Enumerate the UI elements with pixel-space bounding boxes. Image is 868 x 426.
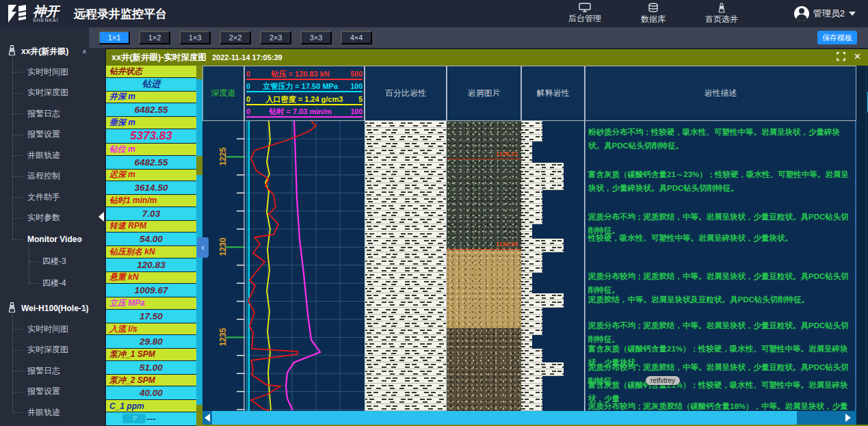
sidebar-item-文件助手[interactable]: 文件助手 <box>0 187 105 208</box>
chevron-up-icon[interactable]: ∧ <box>77 236 81 243</box>
chevron-up-icon[interactable]: ∧ <box>82 305 87 312</box>
interp-bar-row <box>521 335 584 342</box>
lithology-symbol-row <box>365 397 446 404</box>
sidebar-subitem-四楼-3[interactable]: 四楼-3 <box>0 250 105 272</box>
sidebar-well-Wei-H100(Hole-1)[interactable]: Wei-H100(Hole-1)∧ <box>0 298 105 319</box>
sidebar-item-井眼轨迹[interactable]: 井眼轨迹 <box>0 145 105 166</box>
param-label: 迟深 m <box>106 170 196 182</box>
save-template-button[interactable]: 保存模板 <box>817 31 857 44</box>
interp-bar-row <box>521 232 584 239</box>
lithology-symbol-row <box>365 315 446 321</box>
interp-bar-row <box>521 349 584 356</box>
interp-lithology-bar <box>521 369 564 376</box>
interpreted-lithology-column <box>521 121 585 411</box>
lithology-symbol-row <box>365 390 446 397</box>
interp-lithology-bar <box>521 148 532 155</box>
interp-lithology-bar <box>521 252 542 259</box>
interp-lithology-bar <box>521 376 542 383</box>
param-value: 钻进 <box>106 78 196 91</box>
param-row-悬重: 悬重 kN1009.67 <box>106 272 196 298</box>
horizontal-scrollbar-thumb[interactable] <box>212 411 797 425</box>
interp-bar-row <box>521 142 584 148</box>
sidebar-item-label: 报警设置 <box>27 129 60 140</box>
top-nav: 后台管理数据库首页选井 <box>568 0 738 27</box>
param-row-入流: 入流 l/s29.80 <box>106 323 196 349</box>
lithology-symbol-row <box>365 300 446 307</box>
param-dropdown-button[interactable]: ▽ <box>122 414 146 423</box>
nav-item-首页选井[interactable]: 首页选井 <box>705 0 738 27</box>
cuttings-photo-column: 1128.211134.55 <box>447 121 521 411</box>
lithology-symbol-row <box>365 148 446 155</box>
sidebar-item-报警日志[interactable]: 报警日志 <box>0 103 105 124</box>
lithology-symbol-row <box>365 369 446 376</box>
interp-lithology-bar <box>521 308 542 315</box>
lithology-symbol-row <box>365 176 446 183</box>
scroll-right-arrow-icon[interactable] <box>845 414 851 422</box>
layout-tab-3×3[interactable]: 3×3 <box>300 31 332 44</box>
panel-collapse-tab[interactable]: ‹ <box>197 237 209 258</box>
layout-tab-4×4[interactable]: 4×4 <box>341 31 372 44</box>
sidebar-item-实时参数[interactable]: 实时参数 <box>0 208 105 229</box>
layout-tab-1×3[interactable]: 1×3 <box>179 31 211 44</box>
window-timestamp: 2022-11-14 17:05:39 <box>212 53 282 62</box>
interp-bar-row <box>521 390 584 397</box>
fullscreen-icon[interactable] <box>837 52 845 61</box>
lithology-symbol-row <box>365 293 446 300</box>
close-icon[interactable]: ✕ <box>854 53 861 61</box>
nav-item-后台管理[interactable]: 后台管理 <box>568 0 601 27</box>
sidebar-item-远程控制[interactable]: 远程控制 <box>0 166 105 187</box>
horizontal-scrollbar[interactable] <box>202 411 856 425</box>
interp-bar-row <box>521 224 584 231</box>
interp-lithology-bar <box>521 245 564 252</box>
layout-tab-2×3[interactable]: 2×3 <box>260 31 291 44</box>
lithology-symbol-row <box>365 211 446 217</box>
user-menu[interactable]: 管理员2 <box>794 0 856 27</box>
sidebar-item-井眼轨迹[interactable]: 井眼轨迹 <box>0 402 105 423</box>
param-value: 29.80 <box>106 335 196 348</box>
interp-lithology-bar <box>521 217 542 224</box>
param-value: 6482.55 <box>106 156 196 169</box>
lithology-description-text: 富含灰质（碳酸钙含量21～23%）；性较硬，吸水性、可塑性中等。岩屑呈块状，少量… <box>588 168 854 195</box>
param-value: 54.00 <box>106 232 196 245</box>
sidebar-item-实时深度图[interactable]: 实时深度图 <box>0 83 105 104</box>
sidebar-group-Monitor Video[interactable]: Monitor Video∧ <box>0 228 105 250</box>
lithology-symbol-row <box>365 232 446 239</box>
sidebar-item-报警日志[interactable]: 报警日志 <box>0 360 105 382</box>
lithology-description-text: 泥质胶结，中等。岩屑呈块状及豆粒状。具PDC钻头切削特征。 <box>588 293 854 306</box>
sidebar-item-label: 井眼轨迹 <box>27 150 60 161</box>
lithology-symbol-row <box>365 142 446 148</box>
param-value: 17.50 <box>106 310 196 323</box>
sidebar-collapse-arrow-icon[interactable] <box>98 212 104 222</box>
interp-bar-row <box>521 356 584 362</box>
param-label: 钻位 m <box>106 144 196 156</box>
scroll-left-arrow-icon[interactable] <box>205 414 210 422</box>
layout-tab-1×2[interactable]: 1×2 <box>139 31 170 44</box>
interp-bar-row <box>521 280 584 287</box>
sidebar-item-实时时间图[interactable]: 实时时间图 <box>0 319 105 340</box>
param-label: 钻井状态 <box>106 66 196 78</box>
cuttings-photo-section <box>447 328 521 411</box>
sidebar-subitem-四楼-4[interactable]: 四楼-4 <box>0 272 105 294</box>
sidebar-item-实时深度图[interactable]: 实时深度图 <box>0 340 105 361</box>
interp-bar-row <box>521 404 584 411</box>
chevron-up-icon[interactable]: ∧ <box>82 48 87 55</box>
interp-lithology-bar <box>521 342 532 349</box>
interp-lithology-bar <box>521 121 542 128</box>
interp-bar-row <box>521 315 584 321</box>
layout-tab-2×2[interactable]: 2×2 <box>220 31 251 44</box>
sidebar-item-报警设置[interactable]: 报警设置 <box>0 124 105 146</box>
sidebar-item-实时时间图[interactable]: 实时时间图 <box>0 62 105 83</box>
sidebar-item-报警设置[interactable]: 报警设置 <box>0 382 105 403</box>
interp-bar-row <box>521 369 584 376</box>
curve-plot: 122512301235 <box>202 121 365 411</box>
percent-lithology-column <box>365 121 447 411</box>
lithology-description-text: 性较硬，吸水性、可塑性中等。岩屑呈碎块状，少量块状。 <box>588 231 854 245</box>
lithology-symbol-row <box>365 170 446 176</box>
nav-item-数据库[interactable]: 数据库 <box>641 0 666 27</box>
param-value: 1009.67 <box>106 284 196 297</box>
param-row-立压: 立压 MPa17.50 <box>106 297 196 323</box>
param-value: 120.83 <box>106 258 196 271</box>
chevron-down-icon <box>849 12 856 16</box>
layout-tab-1×1[interactable]: 1×1 <box>98 31 130 44</box>
lithology-symbol-row <box>365 155 446 162</box>
